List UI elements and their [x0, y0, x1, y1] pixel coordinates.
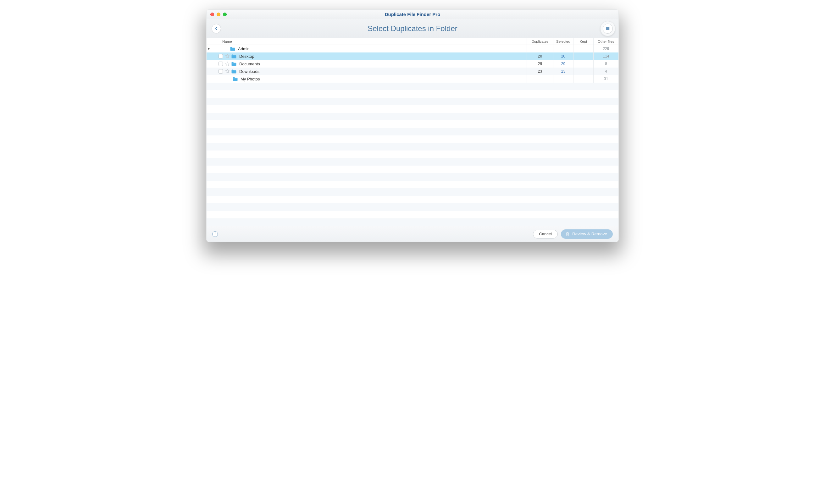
info-button[interactable]: i: [212, 231, 218, 237]
empty-row: [207, 113, 618, 120]
folder-name: Downloads: [239, 69, 259, 74]
folder-icon: [231, 62, 237, 66]
empty-row: [207, 203, 618, 211]
row-name-cell: ▼Admin: [207, 45, 527, 53]
star-icon[interactable]: [225, 54, 230, 59]
cell-duplicates: 23: [527, 68, 553, 75]
folder-tree: ▼Admin229Desktop2020114Documents29298Dow…: [207, 45, 618, 226]
empty-row: [207, 211, 618, 219]
titlebar: Duplicate File Finder Pro: [207, 10, 618, 19]
cell-duplicates: [527, 45, 553, 53]
menu-button[interactable]: [603, 23, 613, 33]
window-title: Duplicate File Finder Pro: [385, 12, 441, 17]
chevron-left-icon: [214, 26, 219, 31]
cell-selected: [553, 45, 573, 53]
folder-row[interactable]: My Photos31: [207, 75, 618, 83]
cell-duplicates: 20: [527, 53, 553, 60]
cell-selected: 23: [553, 68, 573, 75]
folder-name: Admin: [238, 47, 250, 51]
folder-row[interactable]: Downloads23234: [207, 68, 618, 75]
cell-kept: [573, 60, 593, 68]
review-remove-label: Review & Remove: [572, 232, 607, 236]
col-selected[interactable]: Selected: [553, 38, 573, 45]
empty-row: [207, 128, 618, 136]
cell-kept: [573, 45, 593, 53]
empty-row: [207, 136, 618, 143]
cell-other: 31: [593, 75, 618, 83]
cell-kept: [573, 68, 593, 75]
folder-name: Documents: [239, 62, 260, 66]
cell-other: 229: [593, 45, 618, 53]
row-name-cell: My Photos: [207, 75, 527, 83]
empty-row: [207, 219, 618, 226]
cell-kept: [573, 75, 593, 83]
menu-button-halo: [600, 21, 615, 36]
empty-row: [207, 105, 618, 113]
cell-duplicates: [527, 75, 553, 83]
trash-icon: [565, 232, 570, 237]
window-controls: [210, 13, 227, 16]
row-name-cell: Downloads: [207, 68, 527, 75]
back-button[interactable]: [212, 24, 221, 33]
col-other[interactable]: Other files: [593, 38, 618, 45]
cell-selected: 20: [553, 53, 573, 60]
folder-row[interactable]: Documents29298: [207, 60, 618, 68]
info-icon: i: [214, 232, 215, 236]
cell-selected: 29: [553, 60, 573, 68]
folder-name: Desktop: [239, 54, 254, 59]
cell-other: 8: [593, 60, 618, 68]
page-title: Select Duplicates in Folder: [368, 24, 457, 33]
empty-row: [207, 143, 618, 151]
zoom-window-button[interactable]: [223, 13, 227, 16]
row-name-cell: Desktop: [207, 53, 527, 60]
empty-row: [207, 83, 618, 90]
col-kept[interactable]: Kept: [573, 38, 593, 45]
cell-selected: [553, 75, 573, 83]
folder-row[interactable]: Desktop2020114: [207, 53, 618, 60]
toolbar: Select Duplicates in Folder: [207, 19, 618, 38]
folder-row[interactable]: ▼Admin229: [207, 45, 618, 53]
empty-row: [207, 90, 618, 98]
folder-icon: [230, 47, 235, 51]
minimize-window-button[interactable]: [217, 13, 220, 16]
row-checkbox[interactable]: [219, 62, 223, 66]
cancel-label: Cancel: [539, 232, 551, 236]
empty-row: [207, 158, 618, 166]
cancel-button[interactable]: Cancel: [533, 230, 557, 239]
review-remove-button[interactable]: Review & Remove: [561, 229, 613, 239]
empty-row: [207, 181, 618, 188]
hamburger-icon: [606, 26, 610, 31]
empty-row: [207, 188, 618, 196]
row-checkbox[interactable]: [219, 54, 223, 59]
column-headers: Name Duplicates Selected Kept Other file…: [207, 38, 618, 45]
row-checkbox[interactable]: [219, 69, 223, 74]
app-window: Duplicate File Finder Pro Select Duplica…: [206, 9, 619, 242]
cell-duplicates: 29: [527, 60, 553, 68]
empty-row: [207, 196, 618, 203]
cell-other: 114: [593, 53, 618, 60]
folder-icon: [231, 69, 237, 74]
col-name[interactable]: Name: [207, 39, 527, 44]
empty-row: [207, 151, 618, 158]
cell-kept: [573, 53, 593, 60]
close-window-button[interactable]: [210, 13, 214, 16]
empty-row: [207, 120, 618, 128]
folder-icon: [231, 54, 237, 59]
footer-bar: i Cancel Review & Remove: [207, 226, 618, 242]
folder-name: My Photos: [240, 77, 260, 81]
star-icon[interactable]: [225, 69, 230, 74]
empty-row: [207, 166, 618, 173]
cell-other: 4: [593, 68, 618, 75]
empty-row: [207, 173, 618, 181]
star-icon[interactable]: [225, 61, 230, 66]
folder-icon: [232, 77, 238, 81]
disclosure-triangle[interactable]: ▼: [207, 47, 211, 51]
empty-row: [207, 98, 618, 105]
row-name-cell: Documents: [207, 60, 527, 68]
col-duplicates[interactable]: Duplicates: [527, 38, 553, 45]
